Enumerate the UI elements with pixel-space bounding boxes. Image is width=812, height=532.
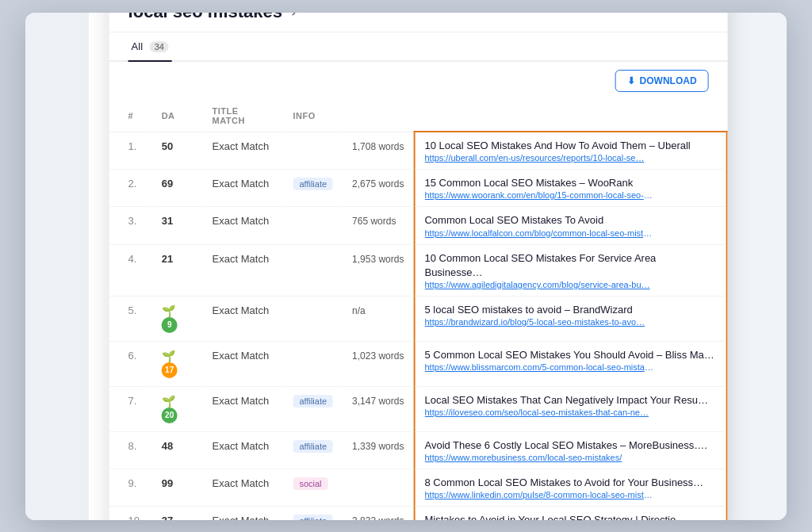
da-value: 48 xyxy=(162,440,173,452)
result-url[interactable]: https://brandwizard.io/blog/5-local-seo-… xyxy=(424,317,654,327)
cell-match: Exact Match xyxy=(203,170,284,207)
col-info: INFO xyxy=(283,100,343,132)
cell-match: Exact Match xyxy=(203,296,284,341)
word-count: 2,675 words xyxy=(352,178,404,189)
cell-match: Exact Match xyxy=(203,341,284,386)
cell-result: Avoid These 6 Costly Local SEO Mistakes … xyxy=(414,431,726,469)
cell-num: 3. xyxy=(109,207,152,244)
tab-all[interactable]: All 34 xyxy=(128,33,172,62)
cell-num: 7. xyxy=(109,386,152,431)
external-link-icon[interactable]: ↗ xyxy=(290,13,301,20)
cell-info xyxy=(283,341,343,386)
col-result xyxy=(414,100,726,132)
cell-words: 765 words xyxy=(343,207,414,244)
result-url[interactable]: https://www.linkedin.com/pulse/8-common-… xyxy=(424,490,654,499)
cell-num: 2. xyxy=(109,170,152,207)
da-value: 21 xyxy=(162,253,173,265)
result-title: Mistakes to Avoid in Your Local SEO Stra… xyxy=(424,513,716,519)
download-label: DOWNLOAD xyxy=(640,75,697,86)
cell-num: 5. xyxy=(109,296,152,341)
da-badge: 20 xyxy=(162,408,178,423)
word-count: 3,147 words xyxy=(352,396,404,407)
cell-num: 4. xyxy=(109,244,152,296)
da-badge: 9 xyxy=(162,317,178,333)
result-url[interactable]: https://iloveseo.com/seo/local-seo-mista… xyxy=(424,408,654,417)
badge-affiliate: affiliate xyxy=(293,515,333,519)
result-title: 10 Local SEO Mistakes And How To Avoid T… xyxy=(424,139,716,153)
result-title: 8 Common Local SEO Mistakes to Avoid for… xyxy=(424,476,716,490)
result-title: Local SEO Mistakes That Can Negatively I… xyxy=(424,393,716,408)
download-button[interactable]: ⬇ DOWNLOAD xyxy=(615,70,709,92)
cell-info xyxy=(283,132,343,170)
cell-info: affiliate xyxy=(283,507,343,520)
cell-words: 3,147 words xyxy=(343,386,414,431)
result-item: 8 Common Local SEO Mistakes to Avoid for… xyxy=(415,469,726,506)
cell-match: Exact Match xyxy=(203,386,284,431)
result-title: 5 local SEO mistakes to avoid – BrandWiz… xyxy=(424,303,716,317)
cell-words xyxy=(343,469,414,507)
table-row: 1. 50 Exact Match 1,708 words 10 Local S… xyxy=(109,132,727,170)
table-row: 9. 99 Exact Match social 8 Common Local … xyxy=(109,469,727,507)
word-count: 1,023 words xyxy=(352,350,404,362)
cell-da: 🌱17 xyxy=(152,341,203,386)
cell-da: 21 xyxy=(152,244,203,296)
result-item: Local SEO Mistakes That Can Negatively I… xyxy=(415,387,726,423)
cell-words: 1,708 words xyxy=(343,132,414,170)
result-item: 5 local SEO mistakes to avoid – BrandWiz… xyxy=(415,297,726,333)
results-table-container[interactable]: # DA TITLE MATCH INFO 1. 50 Exact Match … xyxy=(109,100,728,520)
background-left-panel xyxy=(25,13,89,520)
result-url[interactable]: https://www.blissmarcom.com/5-common-loc… xyxy=(424,362,654,372)
cell-da: 31 xyxy=(152,207,203,244)
cell-num: 6. xyxy=(109,341,152,386)
col-num: # xyxy=(109,100,152,132)
badge-affiliate: affiliate xyxy=(293,178,333,190)
cell-words: 1,953 words xyxy=(343,244,414,296)
cell-match: Exact Match xyxy=(203,207,284,244)
result-url[interactable]: https://uberall.com/en-us/resources/repo… xyxy=(424,153,654,163)
cell-result: Local SEO Mistakes That Can Negatively I… xyxy=(414,386,726,431)
cell-info: affiliate xyxy=(283,431,343,469)
cell-info: affiliate xyxy=(283,386,343,431)
word-count: 765 words xyxy=(352,216,396,227)
result-url[interactable]: https://www.woorank.com/en/blog/15-commo… xyxy=(424,190,654,200)
result-item: Mistakes to Avoid in Your Local SEO Stra… xyxy=(415,507,726,519)
sprout-icon: 🌱 xyxy=(162,395,175,408)
result-item: 10 Local SEO Mistakes And How To Avoid T… xyxy=(415,132,726,169)
table-row: 3. 31 Exact Match 765 words Common Local… xyxy=(109,207,727,244)
cell-da: 48 xyxy=(152,431,203,469)
cell-da: 🌱20 xyxy=(152,386,203,431)
cell-match: Exact Match xyxy=(203,132,284,170)
table-row: 6. 🌱17 Exact Match 1,023 words 5 Common … xyxy=(109,341,727,386)
da-value: 50 xyxy=(162,140,173,152)
table-header-row: # DA TITLE MATCH INFO xyxy=(109,100,727,132)
result-item: 5 Common Local SEO Mistakes You Should A… xyxy=(415,342,726,378)
da-value: 99 xyxy=(162,477,173,489)
cell-result: Mistakes to Avoid in Your Local SEO Stra… xyxy=(414,507,726,520)
cell-words: 3,833 words xyxy=(343,507,414,520)
modal-dialog: local seo mistakes ↗ All 34 ⬇ DOWNLOAD # xyxy=(109,13,728,520)
badge-affiliate: affiliate xyxy=(293,440,333,453)
col-words xyxy=(343,100,414,132)
cell-num: 1. xyxy=(109,132,152,170)
cell-words: 1,023 words xyxy=(343,341,414,386)
cell-da: 99 xyxy=(152,469,203,507)
da-value: 31 xyxy=(162,215,173,227)
cell-result: 10 Common Local SEO Mistakes For Service… xyxy=(414,244,726,296)
word-count: 3,833 words xyxy=(352,515,404,519)
modal-toolbar: ⬇ DOWNLOAD xyxy=(109,62,728,100)
result-url[interactable]: https://www.morebusiness.com/local-seo-m… xyxy=(424,453,654,462)
result-title: Avoid These 6 Costly Local SEO Mistakes … xyxy=(424,438,716,453)
word-count: 1,708 words xyxy=(352,141,404,152)
cell-da: 🌱9 xyxy=(152,296,203,341)
tab-all-badge: 34 xyxy=(150,41,169,52)
table-row: 7. 🌱20 Exact Match affiliate 3,147 words… xyxy=(109,386,727,431)
cell-num: 9. xyxy=(109,469,152,507)
result-url[interactable]: https://www.agiledigitalagency.com/blog/… xyxy=(424,280,654,289)
cell-match: Exact Match xyxy=(203,507,284,520)
cell-match: Exact Match xyxy=(203,431,284,469)
cell-result: 10 Local SEO Mistakes And How To Avoid T… xyxy=(414,132,726,170)
cell-result: 8 Common Local SEO Mistakes to Avoid for… xyxy=(414,469,726,507)
result-title: 10 Common Local SEO Mistakes For Service… xyxy=(424,251,716,280)
result-url[interactable]: https://www.localfalcon.com/blog/common-… xyxy=(424,228,654,238)
result-item: 10 Common Local SEO Mistakes For Service… xyxy=(415,245,726,296)
